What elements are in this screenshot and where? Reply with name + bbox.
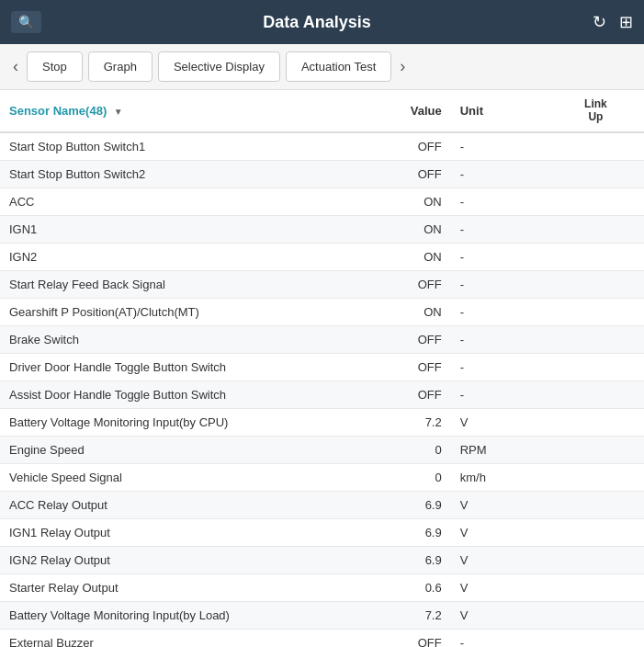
value-cell: ON [355,187,451,215]
linkup-cell [548,132,644,161]
selective-display-button[interactable]: Selective Display [158,51,280,82]
unit-cell: - [451,298,548,325]
table-row[interactable]: IGN1ON- [0,215,644,243]
value-cell: 7.2 [355,601,451,629]
sensor-name-cell: Battery Voltage Monitoring Input(by CPU) [0,408,355,436]
grid-icon[interactable]: ⊞ [619,12,633,32]
table-row[interactable]: Battery Voltage Monitoring Input(by Load… [0,601,644,629]
sensor-name-cell: Start Relay Feed Back Signal [0,270,355,298]
table-body: Start Stop Button Switch1OFF-Start Stop … [0,132,644,647]
table-row[interactable]: IGN1 Relay Output6.9V [0,518,644,546]
linkup-cell [548,408,644,436]
header-title: Data Analysis [263,13,370,32]
value-cell: ON [355,215,451,243]
unit-cell: - [451,353,548,380]
linkup-cell [548,325,644,353]
value-cell: OFF [355,270,451,298]
table-row[interactable]: ACC Relay Output6.9V [0,491,644,518]
nav-next-button[interactable]: › [394,53,411,80]
table-row[interactable]: External BuzzerOFF- [0,629,644,647]
table-row[interactable]: Assist Door Handle Toggle Button SwitchO… [0,380,644,408]
table-row[interactable]: IGN2 Relay Output6.9V [0,546,644,573]
unit-cell: - [451,243,548,270]
table-row[interactable]: Start Stop Button Switch2OFF- [0,160,644,187]
table-row[interactable]: Starter Relay Output0.6V [0,573,644,601]
sensor-name-cell: Driver Door Handle Toggle Button Switch [0,353,355,380]
sensor-name-cell: Gearshift P Position(AT)/Clutch(MT) [0,298,355,325]
linkup-header[interactable]: LinkUp [548,90,644,132]
table-row[interactable]: Engine Speed0RPM [0,436,644,463]
table-header-row: Sensor Name(48) ▼ Value Unit LinkUp [0,90,644,132]
linkup-cell [548,270,644,298]
value-cell: OFF [355,325,451,353]
table-row[interactable]: Gearshift P Position(AT)/Clutch(MT)ON- [0,298,644,325]
unit-cell: V [451,518,548,546]
linkup-cell [548,601,644,629]
stop-button[interactable]: Stop [27,51,83,82]
header-icons: ↻ ⊞ [593,12,633,32]
sensor-name-cell: IGN2 Relay Output [0,546,355,573]
linkup-cell [548,298,644,325]
toolbar: ‹ Stop Graph Selective Display Actuation… [0,44,644,90]
sensor-name-header[interactable]: Sensor Name(48) ▼ [0,90,355,132]
search-box[interactable]: 🔍 [11,11,41,33]
value-cell: 7.2 [355,408,451,436]
value-cell: OFF [355,132,451,161]
sensor-name-cell: Starter Relay Output [0,573,355,601]
table-row[interactable]: Vehicle Speed Signal0km/h [0,463,644,491]
value-cell: 6.9 [355,518,451,546]
unit-cell: - [451,629,548,647]
sensor-name-cell: Start Stop Button Switch2 [0,160,355,187]
unit-cell: - [451,215,548,243]
value-cell: 6.9 [355,546,451,573]
linkup-cell [548,215,644,243]
linkup-cell [548,546,644,573]
unit-cell: - [451,270,548,298]
linkup-cell [548,573,644,601]
linkup-cell [548,491,644,518]
sensor-name-cell: ACC [0,187,355,215]
value-cell: 0.6 [355,573,451,601]
sensor-name-cell: Engine Speed [0,436,355,463]
unit-cell: - [451,160,548,187]
linkup-cell [548,160,644,187]
value-cell: 0 [355,436,451,463]
linkup-cell [548,353,644,380]
sensor-name-cell: IGN2 [0,243,355,270]
sensor-name-cell: IGN1 Relay Output [0,518,355,546]
unit-cell: - [451,380,548,408]
sensor-name-cell: Start Stop Button Switch1 [0,132,355,161]
value-cell: 0 [355,463,451,491]
graph-button[interactable]: Graph [88,51,153,82]
value-header[interactable]: Value [355,90,451,132]
actuation-test-button[interactable]: Actuation Test [286,51,391,82]
value-cell: ON [355,298,451,325]
unit-cell: km/h [451,463,548,491]
unit-cell: - [451,325,548,353]
table-row[interactable]: IGN2ON- [0,243,644,270]
sensor-name-cell: External Buzzer [0,629,355,647]
sensor-name-cell: Assist Door Handle Toggle Button Switch [0,380,355,408]
sensor-name-cell: ACC Relay Output [0,491,355,518]
unit-cell: - [451,132,548,161]
linkup-cell [548,518,644,546]
table-row[interactable]: Brake SwitchOFF- [0,325,644,353]
value-cell: ON [355,243,451,270]
unit-cell: RPM [451,436,548,463]
data-table: Sensor Name(48) ▼ Value Unit LinkUp Star… [0,90,644,647]
unit-cell: - [451,187,548,215]
sensor-name-cell: IGN1 [0,215,355,243]
table-row[interactable]: Battery Voltage Monitoring Input(by CPU)… [0,408,644,436]
value-cell: OFF [355,629,451,647]
refresh-icon[interactable]: ↻ [593,12,606,32]
table-row[interactable]: ACCON- [0,187,644,215]
unit-cell: V [451,491,548,518]
linkup-cell [548,187,644,215]
table-row[interactable]: Start Relay Feed Back SignalOFF- [0,270,644,298]
header: 🔍 Data Analysis ↻ ⊞ [0,0,644,44]
nav-prev-button[interactable]: ‹ [7,53,24,80]
unit-header[interactable]: Unit [451,90,548,132]
sensor-name-cell: Brake Switch [0,325,355,353]
table-row[interactable]: Driver Door Handle Toggle Button SwitchO… [0,353,644,380]
table-row[interactable]: Start Stop Button Switch1OFF- [0,132,644,161]
